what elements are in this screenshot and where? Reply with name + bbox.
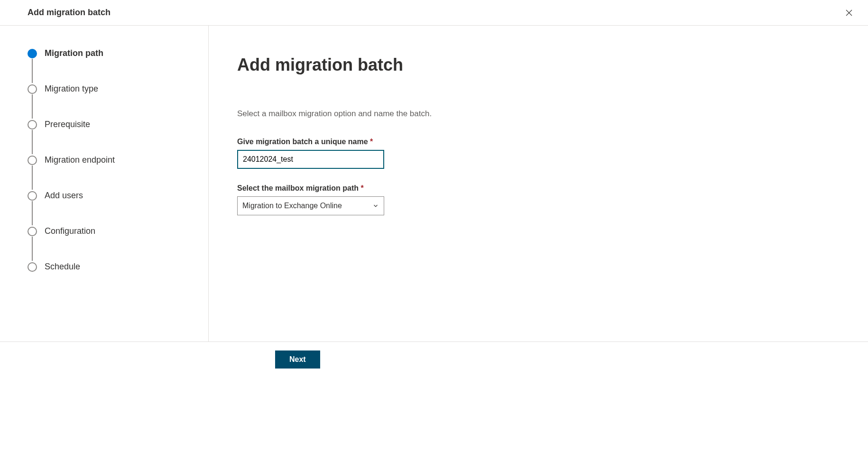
step-label: Prerequisite	[45, 120, 90, 129]
migration-path-label: Select the mailbox migration path *	[237, 184, 840, 193]
batch-name-input[interactable]	[237, 150, 384, 169]
step-marker-icon	[28, 156, 37, 165]
step-schedule[interactable]: Schedule	[28, 262, 194, 272]
step-label: Migration type	[45, 84, 98, 94]
migration-path-selected-value: Migration to Exchange Online	[242, 202, 342, 210]
step-label: Configuration	[45, 226, 95, 236]
batch-name-label: Give migration batch a unique name *	[237, 138, 840, 146]
main-content: Add migration batch Select a mailbox mig…	[209, 26, 868, 341]
step-marker-icon	[28, 191, 37, 201]
step-label: Add users	[45, 191, 83, 201]
step-marker-icon	[28, 262, 37, 272]
dialog-body: Migration path Migration type Prerequisi…	[0, 26, 868, 341]
wizard-steps-sidebar: Migration path Migration type Prerequisi…	[0, 26, 209, 341]
step-marker-icon	[28, 49, 37, 58]
step-label: Migration path	[45, 48, 103, 58]
close-icon	[845, 9, 853, 17]
step-configuration[interactable]: Configuration	[28, 226, 194, 262]
dialog-header: Add migration batch	[0, 0, 868, 26]
migration-path-field: Select the mailbox migration path * Migr…	[237, 184, 840, 215]
page-title: Add migration batch	[237, 55, 840, 75]
step-add-users[interactable]: Add users	[28, 191, 194, 226]
page-description: Select a mailbox migration option and na…	[237, 109, 840, 119]
step-label: Schedule	[45, 262, 80, 272]
close-button[interactable]	[841, 5, 857, 20]
dialog-title: Add migration batch	[28, 8, 111, 18]
step-migration-endpoint[interactable]: Migration endpoint	[28, 155, 194, 191]
next-button[interactable]: Next	[275, 350, 320, 369]
step-migration-path[interactable]: Migration path	[28, 48, 194, 84]
required-asterisk: *	[361, 184, 364, 192]
migration-path-select[interactable]: Migration to Exchange Online	[237, 196, 384, 215]
batch-name-field: Give migration batch a unique name *	[237, 138, 840, 169]
dialog-footer: Next	[0, 341, 868, 377]
step-prerequisite[interactable]: Prerequisite	[28, 120, 194, 155]
step-marker-icon	[28, 227, 37, 236]
chevron-down-icon	[372, 203, 379, 209]
step-migration-type[interactable]: Migration type	[28, 84, 194, 120]
step-marker-icon	[28, 120, 37, 129]
step-marker-icon	[28, 84, 37, 94]
required-asterisk: *	[370, 138, 373, 146]
step-label: Migration endpoint	[45, 155, 115, 165]
